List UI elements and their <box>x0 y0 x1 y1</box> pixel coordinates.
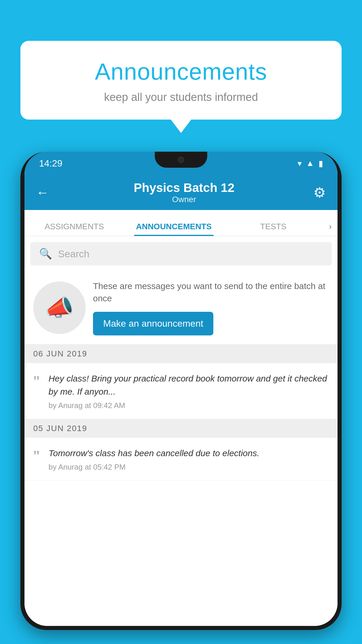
quote-icon-1: " <box>33 373 40 389</box>
date-separator-june5: 05 JUN 2019 <box>24 419 338 438</box>
tab-tests[interactable]: TESTS <box>224 222 323 236</box>
header-title: Physics Batch 12 <box>55 181 313 195</box>
announcement-meta-2: by Anurag at 05:42 PM <box>48 463 329 472</box>
announcement-promo: 📣 These are messages you want to send to… <box>24 271 338 344</box>
tab-announcements[interactable]: ANNOUNCEMENTS <box>124 222 224 236</box>
announcement-text-1: Hey class! Bring your practical record b… <box>48 372 329 398</box>
announcement-text-2: Tomorrow's class has been cancelled due … <box>48 447 329 460</box>
promo-description: These are messages you want to send to t… <box>93 280 329 304</box>
speech-bubble: Announcements keep all your students inf… <box>20 41 342 120</box>
app-header: ← Physics Batch 12 Owner ⚙ <box>24 175 338 210</box>
search-icon: 🔍 <box>39 248 52 260</box>
promo-right: These are messages you want to send to t… <box>93 280 329 335</box>
announcement-content-2: Tomorrow's class has been cancelled due … <box>48 447 329 472</box>
date-separator-june6: 06 JUN 2019 <box>24 344 338 363</box>
phone-device: 14:29 ▾ ▲ ▮ ← Physics Batch 12 Owner ⚙ <box>20 152 342 630</box>
speech-bubble-title: Announcements <box>38 58 324 85</box>
megaphone-icon: 📣 <box>45 294 74 321</box>
header-subtitle: Owner <box>55 195 313 204</box>
phone-wrapper: 14:29 ▾ ▲ ▮ ← Physics Batch 12 Owner ⚙ <box>20 152 342 644</box>
announcement-item-1[interactable]: " Hey class! Bring your practical record… <box>24 363 338 419</box>
phone-notch <box>155 152 207 168</box>
announcement-content-1: Hey class! Bring your practical record b… <box>48 372 329 410</box>
battery-icon: ▮ <box>319 159 323 168</box>
tab-assignments[interactable]: ASSIGNMENTS <box>24 222 124 236</box>
announcement-meta-1: by Anurag at 09:42 AM <box>48 401 329 410</box>
wifi-icon: ▾ <box>298 159 302 168</box>
header-title-group: Physics Batch 12 Owner <box>55 181 313 204</box>
back-button[interactable]: ← <box>36 185 49 200</box>
phone-content: 🔍 Search 📣 These are messages you want t… <box>24 236 338 626</box>
tab-more[interactable]: › <box>323 222 338 236</box>
status-icons: ▾ ▲ ▮ <box>298 159 323 168</box>
search-bar[interactable]: 🔍 Search <box>30 242 332 265</box>
announcement-item-2[interactable]: " Tomorrow's class has been cancelled du… <box>24 438 338 481</box>
phone-screen: 14:29 ▾ ▲ ▮ ← Physics Batch 12 Owner ⚙ <box>24 152 338 626</box>
quote-icon-2: " <box>33 448 40 464</box>
speech-bubble-subtitle: keep all your students informed <box>38 91 324 104</box>
speech-bubble-section: Announcements keep all your students inf… <box>20 41 342 120</box>
make-announcement-button[interactable]: Make an announcement <box>93 312 213 335</box>
search-placeholder: Search <box>58 248 89 260</box>
tabs-bar: ASSIGNMENTS ANNOUNCEMENTS TESTS › <box>24 210 338 236</box>
settings-icon[interactable]: ⚙ <box>313 184 326 201</box>
front-camera <box>178 157 184 163</box>
signal-icon: ▲ <box>306 159 314 168</box>
promo-icon-circle: 📣 <box>33 281 86 334</box>
